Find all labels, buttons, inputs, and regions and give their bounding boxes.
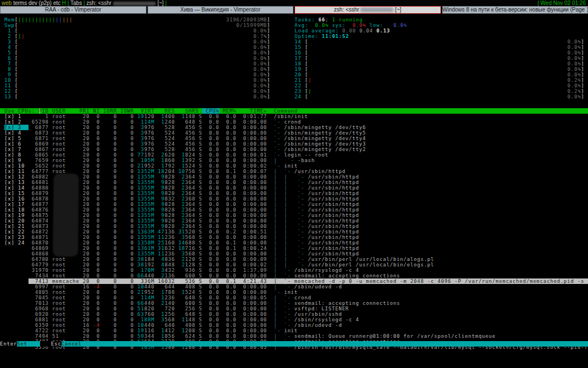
process-row[interactable]: [x] 4 6873 root 20 0 0 0 3976 524 456 S … xyxy=(4,130,366,136)
meter-8: 8 [ 0.0%] xyxy=(4,66,270,72)
fbar-gap xyxy=(40,341,51,347)
meter-5: 5 [ 0.0%] xyxy=(4,50,270,55)
process-row[interactable]: [x] 17 64877 20 0 0 0 1355M 9828 2364 S … xyxy=(4,202,359,207)
stats-line-1: Avg: 0.0% sys: 0.0% low: 0.0% xyxy=(295,23,407,28)
meter-cpu14: 14 [ 0.0%] xyxy=(295,39,585,44)
meter-3: 3 [ 0.0%] xyxy=(4,39,270,44)
process-row[interactable]: 7434 root 20 0 0 0 66440 2136 600 S 0.0 … xyxy=(4,273,400,278)
cpu-affinity-row[interactable]: [x] 3 6877 root 20 0 0 0 3976 528 456 S … xyxy=(4,125,366,130)
process-row[interactable]: [x] 7 6867 root 20 0 0 0 3976 528 456 S … xyxy=(4,147,366,152)
process-row[interactable]: [x] 13 64881 20 0 0 0 1355M 9828 2364 S … xyxy=(4,180,359,185)
meter-9: 9 [ 0.0%] xyxy=(4,72,270,77)
process-row[interactable]: [x] 11 64777 root 20 0 0 0 1352M 18204 1… xyxy=(4,169,346,174)
process-row[interactable]: 64869 20 0 0 0 1361M 31632 18716 S 0.0 0… xyxy=(4,246,359,251)
process-row[interactable]: 7045 root 20 0 0 0 114M 1236 648 S 0.0 0… xyxy=(4,295,312,300)
tab-raa-cdb[interactable]: RAA - cdb - Vimperator xyxy=(0,6,146,14)
meter-Swp: Swp[ 0/15999MB] xyxy=(4,23,270,28)
meter-cpu19: 19 [ 0.0%] xyxy=(295,66,585,72)
meter-cpu22: 22 [ 0.0%] xyxy=(295,83,585,88)
meter-cpu24: 24 [ 0.0%] xyxy=(295,94,585,99)
process-row[interactable]: 64779 root 20 0 0 0 38192 4848 2128 S 0.… xyxy=(4,262,434,267)
esc-key-label: Esc xyxy=(51,341,61,347)
meter-cpu20: 20 [ 0.0%] xyxy=(295,72,585,77)
process-row[interactable]: [x] 9 7659 root 20 0 0 0 105M 1860 1392 … xyxy=(4,158,315,163)
process-row[interactable]: [x] 10 5652 root 20 0 0 0 21952 1792 152… xyxy=(4,163,298,169)
process-row[interactable]: 7013 root 20 0 0 0 66440 2140 600 S 0.0 … xyxy=(4,300,400,306)
redacted-hostname-blob xyxy=(360,8,393,12)
process-row[interactable]: [x] 23 64871 20 0 0 0 1355M 11236 3568 S… xyxy=(4,235,359,240)
panel-separator xyxy=(39,108,40,114)
tab-windows8-article[interactable]: Windows 8 на пути к бета-версии: новые ф… xyxy=(442,6,588,14)
meter-7: 7 [ 0.0%] xyxy=(4,61,270,66)
tab-zsh-label-prefix: zsh: <sshr xyxy=(334,7,361,13)
meter-1: 1 [ 0.0%] xyxy=(4,28,270,34)
stats-line-3: Uptime: 11:01:52 xyxy=(295,34,349,39)
process-row[interactable]: [x] 8 6865 root 20 0 0 0 77192 2620 1824… xyxy=(4,152,329,158)
meter-6: 6 [ 0.0%] xyxy=(4,55,270,61)
process-row[interactable]: 6920 root 20 0 0 0 63760 1256 648 S 0.0 … xyxy=(4,311,342,317)
process-row[interactable]: [x] 18 64876 20 0 0 0 1355M 9828 2364 S … xyxy=(4,207,359,213)
table-header[interactable]: Use CPUs: PID USER PRI NI IORR IOWR VIRT… xyxy=(0,108,588,114)
set-button[interactable]: Set xyxy=(17,341,40,347)
meter-cpu23: 23 [| 0.2%] xyxy=(295,88,585,94)
process-row[interactable]: 6968 root 20 0 0 0 51820 720 256 S 0.0 0… xyxy=(4,306,349,311)
process-row[interactable]: 64780 root 20 0 0 0 38184 4836 2120 S 0.… xyxy=(4,257,434,262)
htop-terminal[interactable]: Mem[|||||||||||||||| 3196/28093MB]Swp[ 0… xyxy=(0,15,588,368)
process-row[interactable]: [x] 24 64870 20 0 0 0 1358M 25160 14688 … xyxy=(4,240,359,246)
meter-13: 13 [ 0.0%] xyxy=(4,94,270,99)
screen: web terms dev (p2p) etc H | Tabs | zsh: … xyxy=(0,0,588,368)
process-row[interactable]: [x] 22 64872 20 0 0 0 1363M 47136 31520 … xyxy=(4,229,359,235)
process-row[interactable]: [x] 2 65298 root 20 0 0 0 114M 1240 648 … xyxy=(4,119,301,125)
process-row[interactable]: 4722 root 20 0 0 0 19116 1412 1208 S 0.0… xyxy=(4,328,298,333)
wm-tags-and-title: web terms dev (p2p) etc H | Tabs | zsh: … xyxy=(2,0,167,6)
meter-12: 12 [ 0.0%] xyxy=(4,88,270,94)
meter-cpu15: 15 [ 0.0%] xyxy=(295,44,585,50)
meter-cpu21: 21 [| 0.2%] xyxy=(295,77,585,83)
meter-2: 2 [|| 0.7%] xyxy=(4,34,270,39)
stats-line-0: Tasks: 66; 1 running xyxy=(295,17,363,23)
meter-cpu18: 18 [ 0.0%] xyxy=(295,61,585,66)
meter-11: 11 [ 0.0%] xyxy=(4,83,270,88)
clock: | Wed Nov 02 01:26 xyxy=(538,0,586,6)
tab-zsh-label-suffix: [~] xyxy=(393,7,401,13)
meter-Mem: Mem[|||||||||||||||| 3196/28093MB] xyxy=(4,17,270,23)
process-row[interactable]: [x] 15 64879 20 0 0 0 1355M 9820 2364 S … xyxy=(4,191,359,196)
redacted-hostname-blob xyxy=(113,2,156,5)
cancel-button[interactable]: Cancel xyxy=(61,341,588,347)
wm-status-bar: web terms dev (p2p) etc H | Tabs | zsh: … xyxy=(0,0,588,6)
process-row[interactable]: [x] 6 6869 root 20 0 0 0 3976 524 456 S … xyxy=(4,141,366,147)
process-row[interactable]: 6997 root 16 -4 0 0 10440 644 408 S 0.0 … xyxy=(4,284,342,289)
tab-wikipedia[interactable]: Хива — Википедия - Vimperator xyxy=(148,6,294,14)
process-row[interactable]: [x] 19 64875 20 0 0 0 1355M 9828 2364 S … xyxy=(4,213,359,218)
process-row[interactable]: [x] 14 64880 20 0 0 0 1355M 9828 2364 S … xyxy=(4,185,359,191)
meter-10: 10 [ 0.0%] xyxy=(4,77,270,83)
process-row[interactable]: 64868 20 0 0 0 1355M 11236 3568 S 0.0 0.… xyxy=(4,251,359,257)
process-row[interactable]: [x] 21 64873 20 0 0 0 1355M 9828 2364 S … xyxy=(4,224,359,229)
function-bar: EnterSetEscCancel xyxy=(0,341,588,347)
enter-key-label: Enter xyxy=(0,341,17,347)
process-row[interactable]: 6359 root 16 -4 0 0 10440 640 408 S 0.0 … xyxy=(4,322,342,328)
meter-4: 4 [ 0.0%] xyxy=(4,44,270,50)
process-row[interactable]: 31970 root 20 0 0 0 170M 3432 936 S 0.0 … xyxy=(4,267,359,273)
process-row[interactable]: [x] 20 64874 20 0 0 0 1355M 9820 2364 S … xyxy=(4,218,359,224)
meter-cpu17: 17 [ 0.0%] xyxy=(295,55,585,61)
tab-zsh-active[interactable]: zsh: <sshr [~] xyxy=(295,6,441,14)
process-row[interactable]: [x] 16 64878 20 0 0 0 1355M 9832 2368 S … xyxy=(4,196,359,202)
meter-cpu16: 16 [ 0.0%] xyxy=(295,50,585,55)
process-row[interactable]: 7494 51 20 0 0 0 59344 1856 624 S 0.0 0.… xyxy=(4,333,495,339)
process-row[interactable]: [x] 1 1 root 20 0 0 0 19120 1400 1148 S … xyxy=(4,114,308,119)
tab-bar: RAA - cdb - Vimperator Хива — Википедия … xyxy=(0,6,588,14)
process-row[interactable]: 6881 root 20 0 0 0 188M 3568 1148 S 0.0 … xyxy=(4,317,359,322)
stats-line-2: Load average: 0.00 0.04 0.13 xyxy=(295,28,390,34)
process-row[interactable]: [x] 12 64882 20 0 0 0 1355M 9828 2364 S … xyxy=(4,174,359,180)
process-row-selected[interactable]: 7413 memcache 20 0 0 0 336M 16032 536 S … xyxy=(4,278,588,284)
process-row[interactable]: 4805 root 20 0 0 0 21952 1788 1524 S 0.0… xyxy=(4,289,298,295)
process-row[interactable]: [x] 5 6871 root 20 0 0 0 3976 524 456 S … xyxy=(4,136,366,141)
